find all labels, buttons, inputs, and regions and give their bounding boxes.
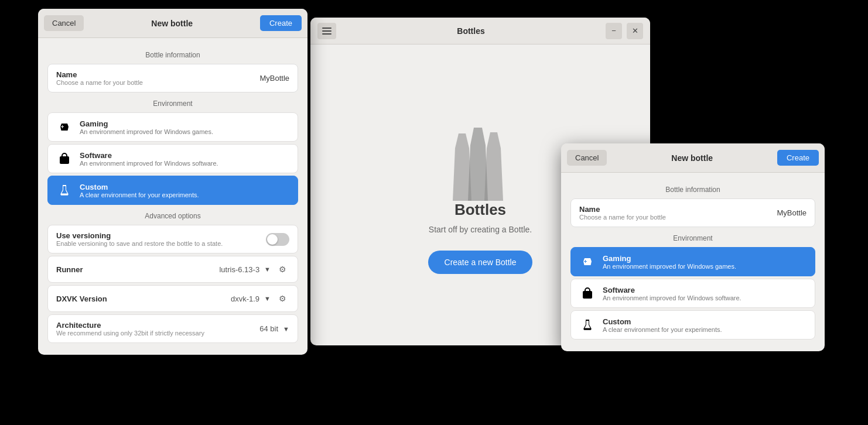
environment-label-r: Environment <box>570 234 815 242</box>
new-bottle-dialog-left: Cancel New bottle Create Bottle informat… <box>38 9 307 355</box>
bottle-info-label-r: Bottle information <box>570 186 815 194</box>
architecture-info: Architecture We recommend using only 32b… <box>56 321 259 337</box>
titlebar: Bottles − ✕ <box>310 18 650 44</box>
dxvk-value: dxvk-1.9 <box>231 294 259 303</box>
toggle-thumb <box>267 234 278 245</box>
menu-line <box>322 30 332 32</box>
window-controls: − ✕ <box>606 23 643 39</box>
gaming-name-r: Gaming <box>603 254 736 263</box>
gaming-desc: An environment improved for Windows game… <box>80 128 213 135</box>
name-field-info-r: Name Choose a name for your bottle <box>579 205 666 221</box>
versioning-hint: Enable versioning to save and restore th… <box>56 240 266 247</box>
name-field[interactable]: Name Choose a name for your bottle MyBot… <box>47 64 298 92</box>
versioning-info: Use versioning Enable versioning to save… <box>56 231 266 247</box>
runner-arrow[interactable]: ▼ <box>264 266 271 273</box>
custom-option-right[interactable]: Custom A clear environment for your expe… <box>570 310 815 340</box>
bottles-heading: Bottles <box>454 201 506 219</box>
gaming-option[interactable]: Gaming An environment improved for Windo… <box>47 112 298 142</box>
architecture-row: Architecture We recommend using only 32b… <box>47 314 298 343</box>
bottle-info-label: Bottle information <box>47 51 298 59</box>
dialog-title-left: New bottle <box>88 19 255 28</box>
gaming-info-r: Gaming An environment improved for Windo… <box>603 254 736 270</box>
gamepad-icon <box>56 119 73 135</box>
custom-name: Custom <box>80 183 199 191</box>
software-info: Software An environment improved for Win… <box>80 151 218 167</box>
name-hint: Choose a name for your bottle <box>56 79 143 86</box>
bottles-illustration <box>442 116 518 201</box>
cancel-button-right[interactable]: Cancel <box>567 150 607 166</box>
name-label: Name <box>56 70 143 79</box>
software-name: Software <box>80 151 218 160</box>
cancel-button-left[interactable]: Cancel <box>44 15 84 31</box>
dialog-titlebar-right: Cancel New bottle Create <box>561 143 825 173</box>
name-field-right[interactable]: Name Choose a name for your bottle MyBot… <box>570 198 815 227</box>
software-option-right[interactable]: Software An environment improved for Win… <box>570 279 815 308</box>
close-button[interactable]: ✕ <box>627 23 643 39</box>
runner-controls: lutris-6.13-3 ▼ ⚙ <box>219 262 289 276</box>
custom-option[interactable]: Custom A clear environment for your expe… <box>47 176 298 205</box>
dxvk-row: DXVK Version dxvk-1.9 ▼ ⚙ <box>47 285 298 312</box>
architecture-arrow[interactable]: ▼ <box>283 325 289 333</box>
runner-row: Runner lutris-6.13-3 ▼ ⚙ <box>47 256 298 283</box>
versioning-row: Use versioning Enable versioning to save… <box>47 225 298 253</box>
custom-info: Custom A clear environment for your expe… <box>80 183 199 198</box>
architecture-label: Architecture <box>56 321 259 330</box>
custom-info-r: Custom A clear environment for your expe… <box>603 317 722 333</box>
dxvk-controls: dxvk-1.9 ▼ ⚙ <box>231 292 289 306</box>
create-button-left[interactable]: Create <box>260 15 302 31</box>
software-desc: An environment improved for Windows soft… <box>80 160 218 167</box>
advanced-options-label: Advanced options <box>47 212 298 220</box>
architecture-hint: We recommend using only 32bit if strictl… <box>56 330 259 337</box>
bottles-subtitle: Start off by creating a Bottle. <box>429 225 532 234</box>
create-button-right[interactable]: Create <box>777 150 819 166</box>
name-value: MyBottle <box>259 74 289 83</box>
flask-icon-r <box>579 317 596 333</box>
architecture-controls: 64 bit ▼ <box>259 324 289 333</box>
name-hint-r: Choose a name for your bottle <box>579 214 666 221</box>
name-value-r: MyBottle <box>777 208 807 217</box>
software-icon-r <box>579 285 596 301</box>
menu-line <box>322 28 332 29</box>
dialog-body-left: Bottle information Name Choose a name fo… <box>38 38 307 355</box>
dialog-title-right: New bottle <box>611 153 773 163</box>
name-label-r: Name <box>579 205 666 214</box>
gaming-info: Gaming An environment improved for Windo… <box>80 119 213 135</box>
gaming-name: Gaming <box>80 119 213 128</box>
custom-desc: A clear environment for your experiments… <box>80 191 199 198</box>
runner-gear-button[interactable]: ⚙ <box>275 262 289 276</box>
runner-label: Runner <box>56 265 83 274</box>
software-option[interactable]: Software An environment improved for Win… <box>47 144 298 173</box>
dialog-titlebar-left: Cancel New bottle Create <box>38 9 307 38</box>
new-bottle-dialog-right: Cancel New bottle Create Bottle informat… <box>561 143 825 351</box>
versioning-toggle[interactable] <box>266 233 289 246</box>
software-icon <box>56 150 73 167</box>
window-title: Bottles <box>336 26 606 36</box>
versioning-label: Use versioning <box>56 231 266 240</box>
menu-line <box>322 33 332 35</box>
dxvk-gear-button[interactable]: ⚙ <box>275 292 289 306</box>
dxvk-arrow[interactable]: ▼ <box>264 295 271 302</box>
software-desc-r: An environment improved for Windows soft… <box>603 294 741 301</box>
custom-name-r: Custom <box>603 317 722 326</box>
environment-label: Environment <box>47 100 298 108</box>
name-field-info: Name Choose a name for your bottle <box>56 70 143 86</box>
gamepad-icon-r <box>579 253 596 270</box>
runner-value: lutris-6.13-3 <box>219 265 259 274</box>
gaming-option-right[interactable]: Gaming An environment improved for Windo… <box>570 247 815 276</box>
custom-desc-r: A clear environment for your experiments… <box>603 326 722 333</box>
software-info-r: Software An environment improved for Win… <box>603 286 741 301</box>
software-name-r: Software <box>603 286 741 294</box>
dxvk-label: DXVK Version <box>56 294 107 303</box>
menu-button[interactable] <box>317 23 336 39</box>
create-bottle-button[interactable]: Create a new Bottle <box>428 251 533 274</box>
architecture-value: 64 bit <box>259 324 278 333</box>
minimize-button[interactable]: − <box>606 23 622 39</box>
flask-icon <box>56 182 73 198</box>
gaming-desc-r: An environment improved for Windows game… <box>603 263 736 270</box>
dialog-body-right: Bottle information Name Choose a name fo… <box>561 173 825 351</box>
